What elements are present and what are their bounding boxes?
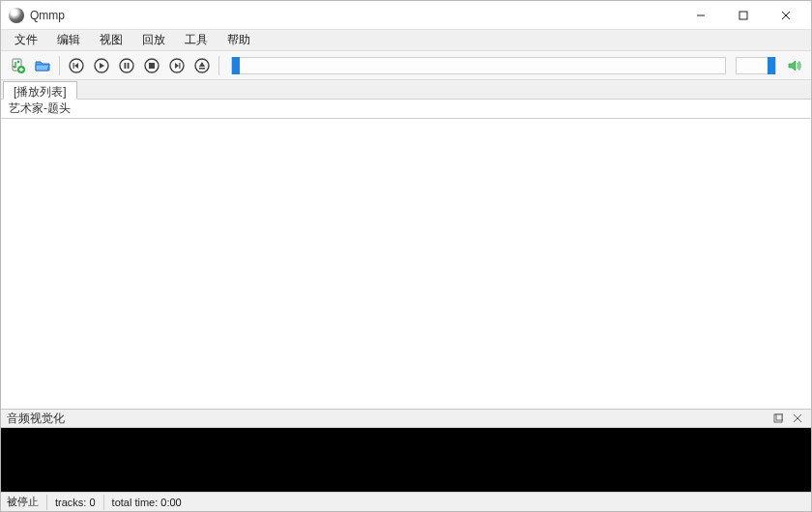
window-title: Qmmp [30,9,65,22]
svg-marker-20 [175,63,179,69]
maximize-button[interactable] [722,2,765,29]
open-folder-button[interactable] [32,55,53,76]
play-icon [93,57,110,74]
svg-point-5 [17,60,20,63]
stop-icon [143,57,160,74]
svg-marker-10 [74,63,78,69]
eject-button[interactable] [191,55,213,76]
app-window: Qmmp 文件 编辑 视图 回放 工具 帮助 [0,0,812,512]
menu-file[interactable]: 文件 [5,30,47,50]
playlist-tabbar: [播放列表] [1,80,811,100]
status-state: 被停止 [7,495,47,510]
folder-icon [34,57,51,74]
playlist-body[interactable] [1,119,811,409]
svg-rect-18 [149,63,155,69]
svg-rect-26 [774,414,782,422]
toolbar [1,51,811,80]
svg-marker-13 [100,63,104,69]
svg-rect-16 [128,63,130,69]
svg-point-14 [120,59,133,72]
svg-rect-24 [199,68,205,70]
stop-button[interactable] [141,55,162,76]
pause-button[interactable] [116,55,137,76]
close-icon [781,11,791,20]
previous-icon [68,57,85,74]
close-icon [793,413,802,423]
playlist-tab[interactable]: [播放列表] [3,81,77,100]
status-total-time: total time: 0:00 [104,495,189,510]
minimize-icon [696,11,706,20]
pause-icon [118,57,135,74]
svg-marker-25 [789,61,796,71]
volume-slider[interactable] [736,57,776,74]
svg-rect-21 [179,63,180,69]
menu-tools[interactable]: 工具 [175,30,218,50]
svg-rect-11 [73,63,74,69]
menu-playback[interactable]: 回放 [132,30,175,50]
visualizer-header: 音频视觉化 [1,409,811,428]
minimize-button[interactable] [680,2,722,29]
seek-handle[interactable] [232,57,240,74]
svg-rect-15 [125,63,127,69]
app-icon [9,8,24,23]
status-tracks: tracks: 0 [47,495,104,510]
mute-button[interactable] [784,55,805,76]
close-button[interactable] [765,2,807,29]
column-artist-title: 艺术家-题头 [9,100,71,117]
toolbar-separator [218,56,219,75]
speaker-icon [786,57,803,74]
play-button[interactable] [91,55,112,76]
seek-slider[interactable] [231,57,726,74]
visualizer-float-button[interactable] [770,411,786,426]
visualizer[interactable] [1,428,811,492]
menu-help[interactable]: 帮助 [218,30,260,50]
maximize-icon [739,11,748,20]
add-file-button[interactable] [7,55,28,76]
visualizer-close-button[interactable] [790,411,805,426]
add-file-icon [9,57,26,74]
eject-icon [193,57,211,74]
menu-edit[interactable]: 编辑 [47,30,90,50]
next-icon [168,57,186,74]
visualizer-title: 音频视觉化 [7,411,65,427]
menu-view[interactable]: 视图 [90,30,132,50]
titlebar: Qmmp [1,1,811,30]
statusbar: 被停止 tracks: 0 total time: 0:00 [1,492,811,511]
playlist-column-header[interactable]: 艺术家-题头 [1,100,811,119]
previous-button[interactable] [66,55,87,76]
menubar: 文件 编辑 视图 回放 工具 帮助 [1,30,811,51]
svg-rect-1 [740,12,747,19]
next-button[interactable] [166,55,188,76]
volume-handle[interactable] [768,57,775,74]
toolbar-separator [59,56,60,75]
float-icon [773,413,783,423]
svg-marker-23 [199,62,205,67]
